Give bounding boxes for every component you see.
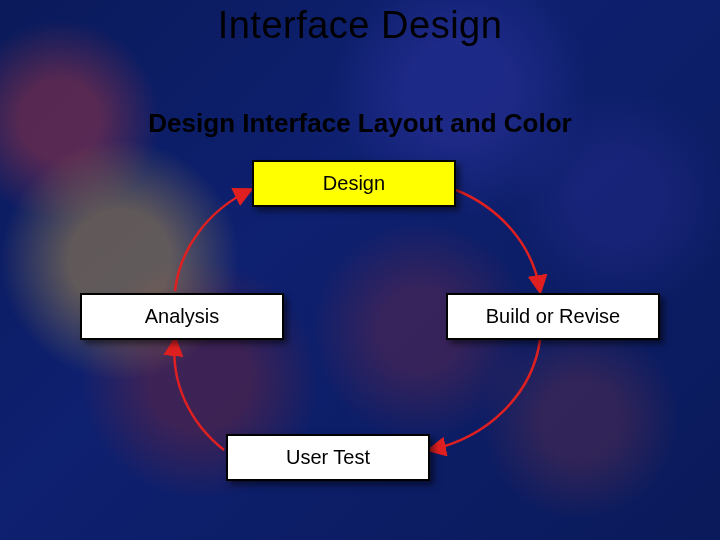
slide-subtitle: Design Interface Layout and Color bbox=[0, 108, 720, 139]
arrow-design-to-build bbox=[456, 190, 540, 291]
node-usertest: User Test bbox=[226, 434, 430, 481]
slide: Interface Design Design Interface Layout… bbox=[0, 0, 720, 540]
arrow-analysis-to-design bbox=[175, 190, 250, 291]
node-design: Design bbox=[252, 160, 456, 207]
arrow-usertest-to-analysis bbox=[174, 340, 224, 450]
arrow-build-to-usertest bbox=[430, 340, 540, 450]
node-analysis: Analysis bbox=[80, 293, 284, 340]
slide-title: Interface Design bbox=[0, 4, 720, 47]
node-build: Build or Revise bbox=[446, 293, 660, 340]
